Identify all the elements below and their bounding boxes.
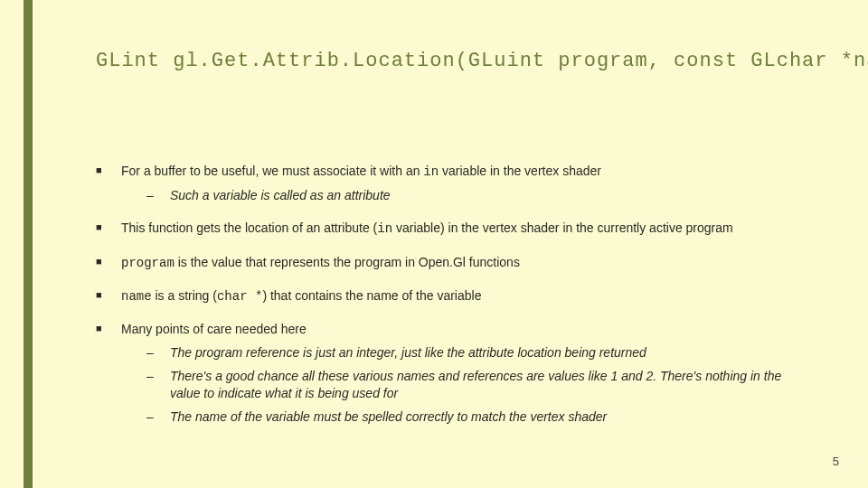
code: name — [121, 289, 152, 304]
text: Many points of care needed here — [121, 322, 307, 336]
text: variable in the vertex shader — [439, 164, 601, 178]
code: in — [377, 221, 392, 236]
text: This function gets the location of an at… — [121, 221, 377, 235]
slide-body: GLint gl.Get.Attrib.Location(GLuint prog… — [33, 0, 846, 488]
sub-bullet: The program reference is just an integer… — [146, 344, 783, 361]
bullet-3: program is the value that represents the… — [96, 254, 783, 271]
sub-list: Such a variable is called as an attribut… — [146, 187, 783, 203]
bullet-1: For a buffer to be useful, we must assoc… — [96, 163, 783, 203]
code: program — [121, 256, 175, 270]
text: For a buffer to be useful, we must assoc… — [121, 164, 423, 178]
sub-bullet: Such a variable is called as an attribut… — [146, 187, 783, 203]
text: variable) in the vertex shader in the cu… — [392, 221, 733, 235]
bullet-4: name is a string (char *) that contains … — [96, 287, 783, 305]
bullet-2: This function gets the location of an at… — [96, 220, 783, 237]
slide-title: GLint gl.Get.Attrib.Location(GLuint prog… — [96, 50, 783, 72]
sub-list: The program reference is just an integer… — [146, 344, 783, 425]
sub-bullet: The name of the variable must be spelled… — [146, 408, 783, 425]
bullet-5: Many points of care needed here The prog… — [96, 321, 783, 425]
page-number: 5 — [833, 455, 839, 468]
bullet-list: For a buffer to be useful, we must assoc… — [96, 163, 783, 425]
code: in — [423, 164, 439, 179]
text: is the value that represents the program… — [175, 255, 520, 269]
text: ) that contains the name of the variable — [262, 288, 481, 303]
accent-bar — [24, 0, 33, 488]
sub-bullet: There's a good chance all these various … — [146, 368, 783, 400]
code: char * — [217, 289, 262, 304]
text: is a string ( — [152, 288, 217, 303]
